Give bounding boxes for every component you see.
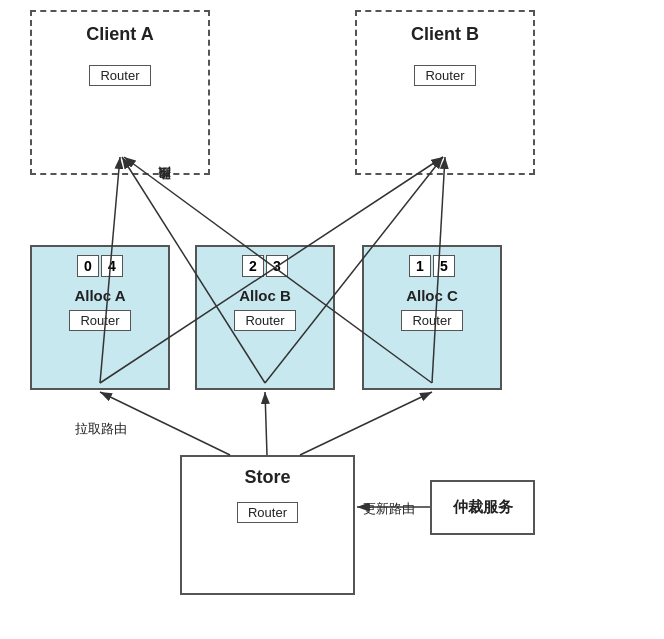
alloc-a-box: 0 4 Alloc A Router xyxy=(30,245,170,390)
update-route-label: 更新路由 xyxy=(363,500,415,518)
svg-line-10 xyxy=(300,392,432,455)
client-b-router: Router xyxy=(414,65,475,86)
alloc-c-nums: 1 5 xyxy=(409,255,455,277)
svg-line-9 xyxy=(265,392,267,455)
alloc-c-num-5: 5 xyxy=(433,255,455,277)
alloc-b-nums: 2 3 xyxy=(242,255,288,277)
arbitration-label: 仲裁服务 xyxy=(453,498,513,517)
alloc-b-label: Alloc B xyxy=(239,287,291,304)
store-router: Router xyxy=(237,502,298,523)
alloc-b-num-3: 3 xyxy=(266,255,288,277)
alloc-a-router: Router xyxy=(69,310,130,331)
alloc-c-label: Alloc C xyxy=(406,287,458,304)
alloc-a-label: Alloc A xyxy=(74,287,125,304)
store-box: Store Router xyxy=(180,455,355,595)
alloc-b-box: 2 3 Alloc B Router xyxy=(195,245,335,390)
client-a-label: Client A xyxy=(86,24,153,45)
store-label: Store xyxy=(244,467,290,488)
alloc-c-box: 1 5 Alloc C Router xyxy=(362,245,502,390)
alloc-c-num-1: 1 xyxy=(409,255,431,277)
arbitration-box: 仲裁服务 xyxy=(430,480,535,535)
alloc-a-num-0: 0 xyxy=(77,255,99,277)
alloc-c-router: Router xyxy=(401,310,462,331)
alloc-b-num-2: 2 xyxy=(242,255,264,277)
alloc-b-router: Router xyxy=(234,310,295,331)
alloc-a-nums: 0 4 xyxy=(77,255,123,277)
client-b-box: Client B Router xyxy=(355,10,535,175)
client-a-router: Router xyxy=(89,65,150,86)
pull-route-label-bottom: 拉取路由 xyxy=(75,420,127,438)
client-b-label: Client B xyxy=(411,24,479,45)
diagram: Client A Router Client B Router 0 4 Allo… xyxy=(0,0,664,639)
client-a-box: Client A Router xyxy=(30,10,210,175)
alloc-a-num-4: 4 xyxy=(101,255,123,277)
